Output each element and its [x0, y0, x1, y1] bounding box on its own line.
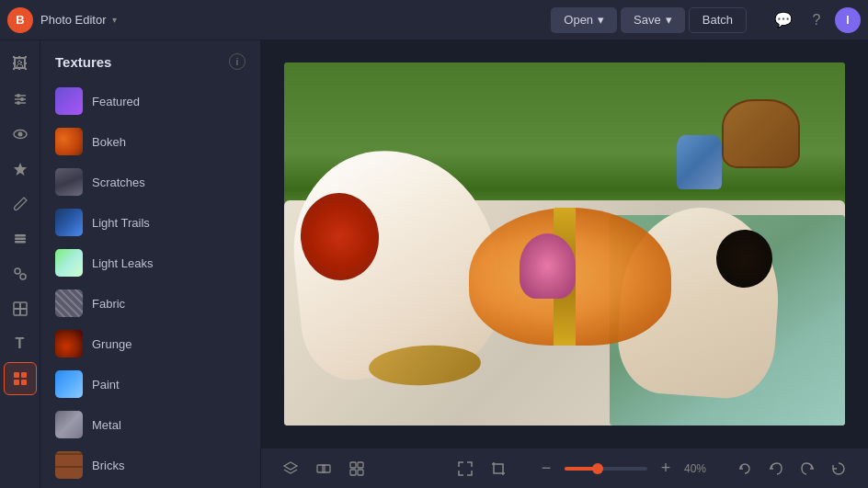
svg-rect-20	[21, 380, 27, 385]
texture-item-bricks[interactable]: Bricks	[48, 445, 253, 485]
svg-rect-18	[21, 372, 27, 378]
svg-point-12	[20, 274, 26, 279]
open-button[interactable]: Open ▾	[551, 7, 617, 33]
svg-rect-24	[358, 462, 363, 468]
topbar: B Photo Editor ▾ Open ▾ Save ▾ Batch 💬 ?…	[0, 0, 868, 40]
textures-info-button[interactable]: i	[229, 53, 246, 70]
zoom-controls: − + 40%	[531, 454, 712, 483]
texture-thumb-fabric	[55, 289, 83, 317]
svg-rect-17	[14, 372, 19, 378]
texture-label-scratches: Scratches	[92, 176, 145, 189]
textures-list: FeaturedBokehScratchesLight TrailsLight …	[40, 79, 260, 488]
textures-panel: Textures i FeaturedBokehScratchesLight T…	[40, 40, 261, 488]
flowers	[520, 233, 576, 299]
layers-tool-button[interactable]	[4, 222, 37, 255]
textures-title: Textures	[55, 54, 111, 70]
brush-tool-button[interactable]	[4, 187, 37, 221]
canvas-area: − + 40%	[261, 40, 868, 488]
texture-item-paint[interactable]: Paint	[48, 364, 253, 404]
texture-item-featured[interactable]: Featured	[48, 81, 253, 121]
expand-button[interactable]	[451, 454, 480, 483]
svg-rect-25	[350, 470, 356, 475]
canvas-image	[284, 62, 845, 426]
zoom-slider[interactable]	[565, 467, 647, 471]
zoom-slider-thumb	[592, 463, 603, 474]
svg-rect-8	[15, 234, 26, 237]
redo-button[interactable]	[793, 454, 822, 483]
svg-rect-22	[323, 465, 330, 472]
texture-label-metal: Metal	[92, 418, 121, 432]
app-name: Photo Editor	[40, 13, 107, 27]
svg-point-7	[17, 132, 22, 137]
texture-label-featured: Featured	[92, 95, 140, 108]
blend-button[interactable]	[309, 454, 338, 483]
reset-button[interactable]	[824, 454, 853, 483]
svg-point-5	[17, 101, 20, 105]
texture-label-bricks: Bricks	[92, 459, 124, 472]
crop-button[interactable]	[484, 454, 513, 483]
jug	[677, 135, 722, 189]
view-tool-button[interactable]	[4, 118, 37, 151]
history-back-button[interactable]	[730, 454, 760, 483]
svg-rect-21	[317, 465, 325, 472]
canvas-container[interactable]	[261, 40, 868, 448]
svg-point-4	[20, 97, 24, 101]
texture-thumb-featured	[55, 87, 83, 115]
user-avatar[interactable]: I	[835, 7, 861, 33]
svg-rect-14	[20, 309, 27, 315]
svg-rect-10	[15, 241, 26, 244]
batch-button[interactable]: Batch	[689, 7, 747, 33]
texture-item-fabric[interactable]: Fabric	[48, 283, 253, 323]
adjust-tool-button[interactable]	[4, 83, 37, 116]
svg-rect-23	[350, 462, 356, 468]
basket	[722, 99, 800, 168]
textures-header: Textures i	[40, 40, 260, 79]
texture-item-metal[interactable]: Metal	[48, 404, 253, 445]
texture-item-scratches[interactable]: Scratches	[48, 162, 253, 202]
bottom-toolbar: − + 40%	[261, 448, 868, 488]
icon-bar: 🖼	[0, 40, 40, 488]
texture-item-bokeh[interactable]: Bokeh	[48, 121, 253, 162]
texture-thumb-metal	[55, 411, 83, 438]
image-tool-button[interactable]: 🖼	[4, 48, 37, 81]
texture-thumb-paint	[55, 370, 83, 398]
app-chevron[interactable]: ▾	[112, 15, 117, 25]
zoom-percentage: 40%	[684, 462, 712, 475]
history-controls	[730, 454, 853, 483]
objects-tool-button[interactable]	[4, 257, 37, 290]
svg-rect-9	[15, 238, 26, 241]
textures-tool-button[interactable]	[4, 362, 37, 395]
svg-point-11	[15, 268, 20, 274]
undo-button[interactable]	[761, 454, 791, 483]
texture-thumb-bricks	[55, 451, 83, 479]
retouch-tool-button[interactable]	[4, 153, 37, 186]
effects-tool-button[interactable]	[4, 292, 37, 325]
zoom-out-button[interactable]: −	[531, 454, 561, 483]
zoom-in-button[interactable]: +	[651, 454, 680, 483]
texture-label-grunge: Grunge	[92, 337, 131, 351]
svg-rect-13	[14, 302, 20, 309]
text-tool-button[interactable]: T	[4, 327, 37, 360]
picnic-scene	[284, 62, 845, 426]
texture-thumb-lighttrails	[55, 209, 83, 236]
layers-button[interactable]	[276, 454, 305, 483]
texture-thumb-grunge	[55, 330, 83, 357]
svg-rect-15	[20, 302, 27, 309]
help-icon-button[interactable]: ?	[802, 6, 831, 35]
main-area: 🖼	[0, 40, 868, 488]
texture-item-lightleaks[interactable]: Light Leaks	[48, 243, 253, 283]
texture-thumb-lightleaks	[55, 249, 83, 277]
svg-rect-26	[358, 470, 363, 475]
chat-icon-button[interactable]: 💬	[769, 6, 798, 35]
app-logo: B	[7, 7, 33, 33]
save-button[interactable]: Save ▾	[621, 7, 685, 33]
texture-thumb-scratches	[55, 168, 83, 196]
texture-item-lighttrails[interactable]: Light Trails	[48, 202, 253, 243]
texture-item-grunge[interactable]: Grunge	[48, 323, 253, 364]
texture-label-bokeh: Bokeh	[92, 135, 126, 149]
texture-label-paint: Paint	[92, 378, 120, 392]
svg-point-3	[17, 94, 20, 97]
texture-label-fabric: Fabric	[92, 297, 125, 311]
texture-thumb-bokeh	[55, 128, 83, 155]
grid-button[interactable]	[342, 454, 371, 483]
